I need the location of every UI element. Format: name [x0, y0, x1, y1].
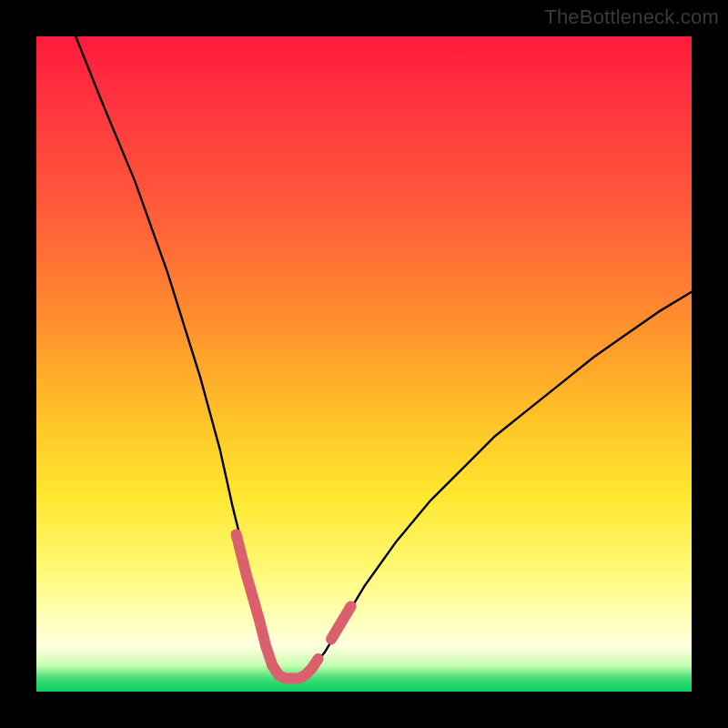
- chart-frame: TheBottleneck.com: [0, 0, 728, 728]
- bottleneck-curve-line: [76, 36, 692, 679]
- watermark-text: TheBottleneck.com: [544, 5, 719, 29]
- curve-highlight-segment: [237, 534, 273, 665]
- curve-highlight-group: [237, 534, 351, 678]
- plot-gradient-area: [36, 36, 692, 692]
- curve-highlight-segment: [331, 606, 351, 639]
- curve-svg: [36, 36, 692, 692]
- curve-highlight-segment: [272, 659, 318, 679]
